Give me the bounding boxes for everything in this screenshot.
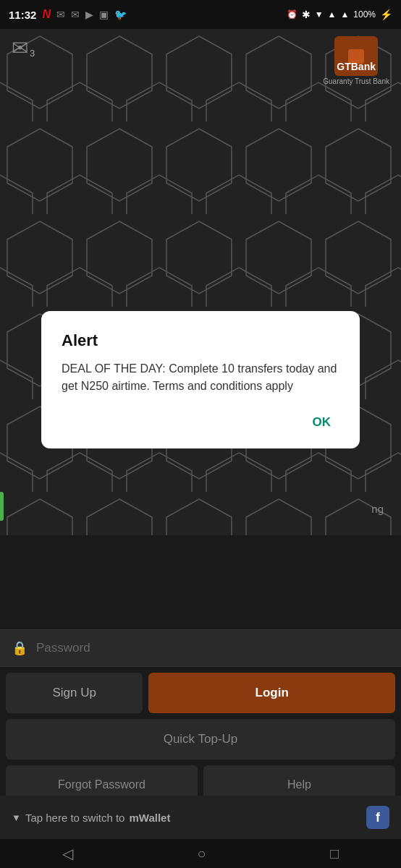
gtbank-subtitle: Guaranty Trust Bank: [323, 77, 389, 85]
recent-button[interactable]: □: [330, 846, 339, 862]
home-button[interactable]: ○: [197, 846, 206, 862]
signal-icon-1: ▲: [328, 9, 337, 20]
youtube-icon: ▶: [85, 9, 93, 20]
quick-topup-button[interactable]: Quick Top-Up: [6, 719, 395, 760]
gtbank-box: GTBank: [334, 36, 378, 76]
status-time: 11:32: [9, 9, 36, 21]
gtbank-logo[interactable]: GTBank Guaranty Trust Bank: [323, 36, 389, 85]
mail-icon-1: ✉: [56, 9, 65, 20]
alarm-icon: ⏰: [287, 9, 297, 20]
signup-button[interactable]: Sign Up: [6, 673, 143, 713]
facebook-icon[interactable]: f: [366, 806, 389, 829]
green-indicator: [0, 492, 4, 521]
dialog-message: DEAL OF THE DAY: Complete 10 transfers t…: [62, 360, 339, 395]
mail-count: 3: [30, 48, 35, 59]
dialog-ok-button[interactable]: OK: [304, 409, 340, 435]
gallery-icon: ▣: [99, 9, 109, 20]
password-placeholder: Password: [36, 641, 90, 655]
back-button[interactable]: ◁: [62, 845, 73, 862]
alert-dialog: Alert DEAL OF THE DAY: Complete 10 trans…: [41, 311, 360, 448]
wallet-switch-text: Tap here to switch to: [25, 812, 125, 824]
login-button[interactable]: Login: [148, 673, 395, 713]
mail-icon: ✉: [12, 36, 28, 60]
lock-icon: 🔒: [12, 640, 28, 656]
status-left: 11:32 N ✉ ✉ ▶ ▣ 🐦: [9, 8, 127, 21]
hex-pattern: [0, 29, 401, 535]
mail-icon-2: ✉: [71, 9, 80, 20]
nav-bar: ◁ ○ □: [0, 839, 401, 868]
wallet-switch-left: ▼ Tap here to switch to mWallet: [12, 812, 170, 824]
password-input-row[interactable]: 🔒 Password: [0, 629, 401, 667]
svg-rect-3: [0, 29, 401, 535]
battery-percent: 100%: [353, 9, 376, 20]
auth-buttons-row: Sign Up Login: [0, 673, 401, 713]
dialog-actions: OK: [62, 409, 339, 441]
status-icons: ⏰ ✱ ▼ ▲ ▲ 100% ⚡: [287, 9, 392, 20]
wallet-switch-bar[interactable]: ▼ Tap here to switch to mWallet f: [0, 796, 401, 839]
form-area: 🔒 Password Sign Up Login Quick Top-Up Fo…: [0, 629, 401, 810]
bluetooth-icon: ✱: [302, 9, 311, 20]
mail-badge[interactable]: ✉ 3: [12, 36, 35, 60]
netflix-icon: N: [42, 8, 51, 21]
signal-icon-2: ▲: [340, 9, 349, 20]
chevron-down-icon: ▼: [12, 812, 21, 823]
wifi-icon: ▼: [315, 9, 324, 20]
mwallet-label: mWallet: [129, 812, 170, 824]
partial-background-text: ng: [371, 503, 384, 515]
battery-icon: ⚡: [380, 9, 392, 20]
dialog-title: Alert: [62, 331, 339, 350]
gtbank-name: GTBank: [334, 61, 378, 72]
twitter-icon: 🐦: [114, 9, 127, 20]
status-bar: 11:32 N ✉ ✉ ▶ ▣ 🐦 ⏰ ✱ ▼ ▲ ▲ 100% ⚡: [0, 0, 401, 29]
hex-background: [0, 29, 401, 535]
